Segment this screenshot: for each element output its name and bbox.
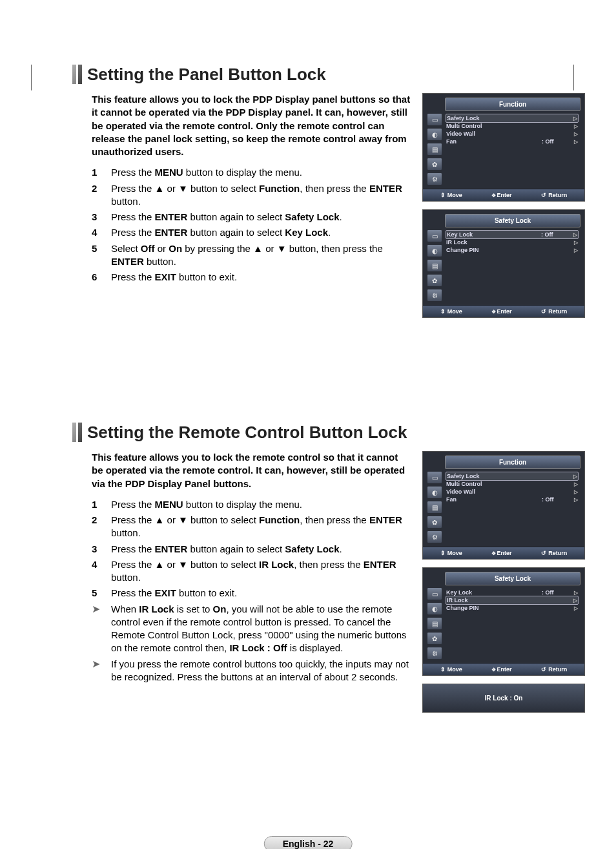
intro-text: This feature allows you to lock the remo… bbox=[92, 451, 411, 490]
chevron-right-icon: ▷ bbox=[574, 131, 578, 137]
osd-function: Function▭◐▤✿⚙Safety Lock▷Multi Control▷V… bbox=[422, 93, 585, 202]
osd-item-value: : Off bbox=[537, 496, 574, 503]
osd-title: Function bbox=[445, 98, 580, 111]
osd-sidebar-icons: ▭◐▤✿⚙ bbox=[427, 585, 442, 663]
step-item: 1Press the MENU button to display the me… bbox=[92, 498, 411, 511]
step-item: 2Press the ▲ or ▼ button to select Funct… bbox=[92, 514, 411, 540]
osd-item-label: Video Wall bbox=[446, 131, 537, 137]
osd-menu-item: Change PIN▷ bbox=[446, 246, 578, 254]
osd-item-label: IR Lock bbox=[446, 239, 537, 246]
osd-menu-item: Safety Lock▷ bbox=[446, 114, 579, 123]
note-text: When IR Lock is set to On, you will not … bbox=[111, 603, 411, 655]
osd-menu-item: IR Lock▷ bbox=[446, 238, 578, 246]
osd-menu-item: Change PIN▷ bbox=[446, 604, 578, 612]
step-number: 1 bbox=[92, 166, 111, 179]
osd-item-value: : Off bbox=[537, 589, 574, 596]
osd-hint: ⇕Move bbox=[440, 308, 462, 315]
osd-item-label: Fan bbox=[446, 496, 537, 503]
osd-item-label: Multi Control bbox=[446, 481, 537, 487]
osd-sidebar-icons: ▭◐▤✿⚙ bbox=[427, 227, 442, 305]
chevron-right-icon: ▷ bbox=[574, 240, 578, 246]
step-text: Press the EXIT button to exit. bbox=[111, 271, 411, 284]
step-number: 4 bbox=[92, 226, 111, 239]
step-text: Press the MENU button to display the men… bbox=[111, 498, 411, 511]
osd-hint: ⇕Move bbox=[440, 550, 462, 556]
osd-tab-icon: ✿ bbox=[427, 516, 442, 529]
chevron-right-icon: ▷ bbox=[573, 116, 577, 121]
osd-menu-item: Multi Control▷ bbox=[446, 480, 578, 488]
step-text: Press the MENU button to display the men… bbox=[111, 166, 411, 179]
osd-safety-lock: Safety Lock▭◐▤✿⚙Key Lock: Off▷IR Lock▷Ch… bbox=[422, 209, 585, 318]
enter-icon: ⎆ bbox=[492, 192, 495, 198]
section-title: Setting the Panel Button Lock bbox=[87, 65, 326, 84]
return-icon: ↺ bbox=[541, 308, 546, 315]
move-icon: ⇕ bbox=[440, 308, 446, 315]
osd-menu-item: Fan: Off▷ bbox=[446, 138, 578, 145]
osd-banner: IR Lock : On bbox=[422, 684, 585, 713]
note-text: If you press the remote control buttons … bbox=[111, 658, 411, 684]
osd-hint: ↺Return bbox=[541, 308, 567, 315]
return-icon: ↺ bbox=[541, 192, 546, 198]
enter-icon: ⎆ bbox=[492, 308, 495, 315]
step-item: 4Press the ENTER button again to select … bbox=[92, 226, 411, 239]
osd-tab-icon: ▭ bbox=[427, 471, 442, 484]
osd-hint: ⇕Move bbox=[440, 666, 462, 673]
osd-footer: ⇕Move⎆Enter↺Return bbox=[423, 189, 584, 201]
osd-item-value: : Off bbox=[536, 231, 573, 238]
chevron-right-icon: ▷ bbox=[574, 590, 578, 596]
osd-hint: ⎆Enter bbox=[492, 666, 512, 673]
osd-tab-icon: ▤ bbox=[427, 501, 442, 514]
osd-menu-item: Multi Control▷ bbox=[446, 122, 578, 130]
osd-sidebar-icons: ▭◐▤✿⚙ bbox=[427, 469, 442, 547]
note-arrow-icon: ➤ bbox=[92, 658, 111, 684]
osd-menu-list: Key Lock: Off▷IR Lock▷Change PIN▷ bbox=[442, 227, 580, 305]
step-number: 3 bbox=[92, 211, 111, 224]
osd-footer: ⇕Move⎆Enter↺Return bbox=[423, 663, 584, 675]
step-text: Press the ▲ or ▼ button to select Functi… bbox=[111, 182, 411, 209]
move-icon: ⇕ bbox=[440, 192, 446, 198]
step-item: 3Press the ENTER button again to select … bbox=[92, 543, 411, 556]
step-item: 5Select Off or On by pressing the ▲ or ▼… bbox=[92, 242, 411, 269]
step-text: Press the ▲ or ▼ button to select Functi… bbox=[111, 514, 411, 540]
notes-block: ➤When IR Lock is set to On, you will not… bbox=[92, 603, 411, 684]
osd-item-label: Change PIN bbox=[446, 247, 537, 253]
osd-tab-icon: ⚙ bbox=[427, 173, 442, 185]
osd-item-label: Change PIN bbox=[446, 605, 537, 611]
osd-tab-icon: ✿ bbox=[427, 158, 442, 171]
osd-menu-item: Video Wall▷ bbox=[446, 488, 578, 496]
header-bars-icon bbox=[72, 423, 82, 442]
osd-title: Safety Lock bbox=[445, 214, 580, 227]
osd-function: Function▭◐▤✿⚙Safety Lock▷Multi Control▷V… bbox=[422, 451, 585, 560]
enter-icon: ⎆ bbox=[492, 666, 495, 673]
step-text: Press the ENTER button again to select S… bbox=[111, 543, 411, 556]
osd-tab-icon: ▤ bbox=[427, 143, 442, 156]
osd-title: Function bbox=[445, 456, 580, 469]
osd-tab-icon: ▭ bbox=[427, 229, 442, 242]
osd-tab-icon: ◐ bbox=[427, 486, 442, 499]
osd-hint: ⎆Enter bbox=[492, 550, 512, 556]
step-text: Select Off or On by pressing the ▲ or ▼ … bbox=[111, 242, 411, 269]
step-item: 1Press the MENU button to display the me… bbox=[92, 166, 411, 179]
step-number: 1 bbox=[92, 498, 111, 511]
step-item: 5Press the EXIT button to exit. bbox=[92, 587, 411, 600]
step-text: Press the ▲ or ▼ button to select IR Loc… bbox=[111, 558, 411, 585]
osd-tab-icon: ✿ bbox=[427, 632, 442, 645]
osd-footer: ⇕Move⎆Enter↺Return bbox=[423, 547, 584, 559]
osd-hint: ⇕Move bbox=[440, 192, 462, 198]
osd-tab-icon: ▤ bbox=[427, 617, 442, 630]
osd-hint: ↺Return bbox=[541, 192, 567, 198]
chevron-right-icon: ▷ bbox=[574, 605, 578, 611]
chevron-right-icon: ▷ bbox=[574, 123, 578, 129]
step-number: 5 bbox=[92, 242, 111, 269]
osd-tab-icon: ◐ bbox=[427, 128, 442, 141]
osd-tab-icon: ▭ bbox=[427, 113, 442, 126]
osd-menu-item: IR Lock▷ bbox=[446, 596, 579, 605]
steps-list: 1Press the MENU button to display the me… bbox=[92, 498, 411, 600]
step-number: 4 bbox=[92, 558, 111, 585]
osd-tab-icon: ◐ bbox=[427, 602, 442, 615]
step-item: 6Press the EXIT button to exit. bbox=[92, 271, 411, 284]
osd-item-label: Key Lock bbox=[446, 589, 537, 596]
osd-tab-icon: ▤ bbox=[427, 259, 442, 272]
osd-title: Safety Lock bbox=[445, 572, 580, 585]
chevron-right-icon: ▷ bbox=[574, 481, 578, 487]
